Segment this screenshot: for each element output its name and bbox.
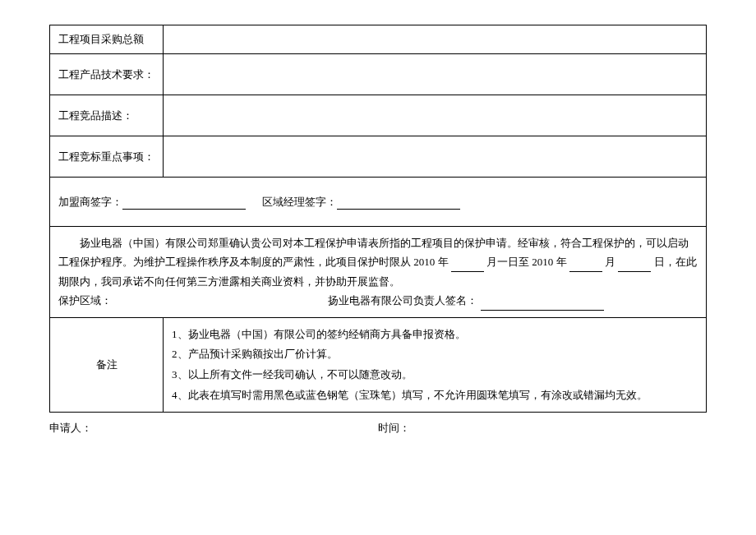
franchisee-sig-label: 加盟商签字： — [58, 196, 122, 208]
note-1: 1、扬业电器（中国）有限公司的签约经销商方具备申报资格。 — [172, 325, 698, 345]
row-desc-label: 工程竞品描述： — [50, 95, 164, 136]
notes-content: 1、扬业电器（中国）有限公司的签约经销商方具备申报资格。 2、产品预计采购额按出… — [164, 317, 707, 413]
row-tech-label: 工程产品技术要求： — [50, 54, 164, 95]
company-sig-label: 扬业电器有限公司负责人签名： — [328, 294, 477, 307]
application-form-table: 工程项目采购总额 工程产品技术要求： 工程竞品描述： 工程竞标重点事项： 加盟商… — [49, 25, 707, 413]
row-total-label: 工程项目采购总额 — [50, 25, 164, 54]
note-2: 2、产品预计采购额按出厂价计算。 — [172, 344, 698, 365]
decl-text-3: 月 — [605, 256, 615, 268]
day-end-blank[interactable] — [618, 261, 651, 272]
protect-region-line: 保护区域： 扬业电器有限公司负责人签名： — [58, 291, 698, 310]
declaration-cell: 扬业电器（中国）有限公司郑重确认贵公司对本工程保护申请表所指的工程项目的保护申请… — [50, 227, 707, 318]
row-tech-value[interactable] — [164, 54, 707, 95]
region-mgr-sig-line[interactable] — [337, 198, 460, 210]
row-bid-value[interactable] — [164, 136, 707, 178]
company-sig-line[interactable] — [481, 299, 604, 311]
footer-applicant: 申请人： — [49, 421, 378, 436]
franchisee-sig-line[interactable] — [122, 198, 246, 210]
note-3: 3、以上所有文件一经我司确认，不可以随意改动。 — [172, 365, 698, 385]
footer: 申请人： 时间： — [49, 421, 707, 436]
month-end-blank[interactable] — [569, 261, 602, 272]
signature-row: 加盟商签字： 区域经理签字： — [50, 178, 707, 227]
decl-text-2: 月一日至 2010 年 — [486, 256, 567, 268]
month-start-blank[interactable] — [451, 261, 484, 272]
region-mgr-sig-label: 区域经理签字： — [262, 196, 337, 208]
protect-region-label: 保护区域： — [58, 294, 112, 307]
row-bid-label: 工程竞标重点事项： — [50, 136, 164, 178]
row-total-value[interactable] — [164, 25, 707, 54]
footer-time: 时间： — [378, 421, 707, 436]
note-4: 4、此表在填写时需用黑色或蓝色钢笔（宝珠笔）填写，不允许用圆珠笔填写，有涂改或错… — [172, 385, 698, 406]
notes-label-cell: 备注 — [50, 317, 164, 413]
row-desc-value[interactable] — [164, 95, 707, 136]
declaration-paragraph: 扬业电器（中国）有限公司郑重确认贵公司对本工程保护申请表所指的工程项目的保护申请… — [58, 233, 698, 291]
